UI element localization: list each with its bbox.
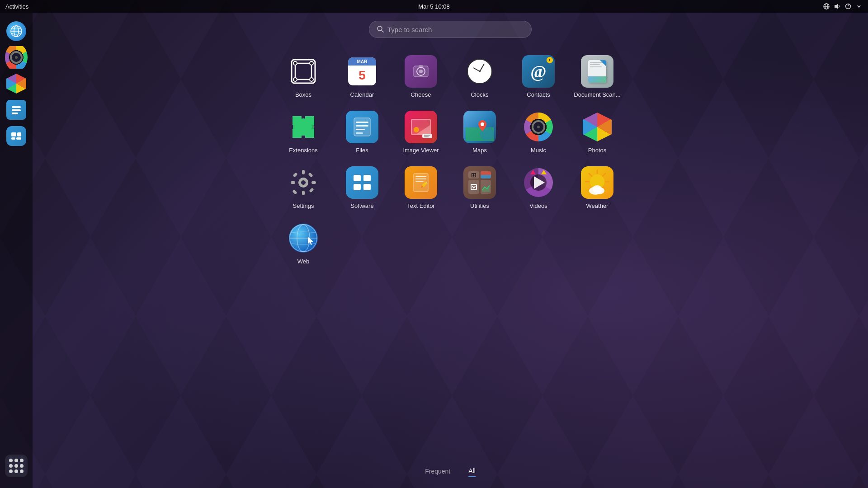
svg-point-26 (419, 70, 423, 73)
app-item-contacts[interactable]: @ ✦ Contacts (509, 52, 568, 102)
app-label-boxes: Boxes (295, 91, 311, 98)
svg-point-33 (481, 122, 484, 126)
topbar-systray (823, 3, 863, 10)
app-item-calendar[interactable]: MAR 5 Calendar (333, 52, 392, 102)
svg-line-60 (603, 174, 605, 176)
app-item-software[interactable]: Software (333, 163, 392, 213)
app-item-docscan[interactable]: Document Scan... (568, 52, 627, 102)
power-icon[interactable] (844, 3, 852, 10)
svg-rect-38 (292, 172, 297, 177)
app-item-maps[interactable]: Maps (450, 107, 509, 157)
svg-point-23 (310, 78, 313, 81)
svg-rect-14 (11, 137, 15, 140)
app-label-videos: Videos (529, 202, 547, 209)
app-label-docscan: Document Scan... (574, 91, 620, 98)
app-item-files[interactable]: Files (333, 107, 392, 157)
svg-rect-15 (16, 137, 21, 140)
svg-rect-51 (415, 181, 424, 182)
app-item-music[interactable]: Music (509, 107, 568, 157)
tab-all[interactable]: All (468, 467, 476, 477)
app-area: Boxes MAR 5 Calendar (33, 13, 868, 488)
svg-rect-31 (356, 129, 365, 130)
svg-rect-34 (302, 170, 305, 174)
app-label-cheese: Cheese (411, 91, 431, 98)
svg-rect-30 (356, 125, 368, 127)
svg-rect-11 (12, 113, 18, 114)
app-label-calendar: Calendar (350, 91, 374, 98)
svg-rect-41 (308, 172, 313, 177)
app-label-files: Files (356, 147, 368, 154)
sidebar-item-music[interactable] (5, 46, 28, 69)
sidebar-item-web-browser[interactable] (5, 20, 28, 42)
chevron-down-icon[interactable] (855, 3, 863, 10)
app-item-web[interactable]: Web (274, 218, 333, 268)
svg-rect-27 (419, 65, 423, 67)
svg-rect-44 (354, 184, 361, 190)
svg-rect-29 (356, 122, 368, 123)
network-icon[interactable] (823, 3, 830, 10)
app-item-weather[interactable]: Weather (568, 163, 627, 213)
svg-rect-9 (12, 106, 21, 108)
app-grid: Boxes MAR 5 Calendar (274, 52, 627, 268)
svg-point-21 (310, 61, 313, 65)
sidebar-item-photos[interactable] (5, 72, 28, 95)
svg-rect-19 (295, 63, 311, 80)
tab-frequent[interactable]: Frequent (425, 468, 450, 477)
svg-point-47 (366, 177, 368, 179)
svg-point-64 (593, 185, 602, 192)
app-label-settings: Settings (293, 202, 314, 209)
topbar: Activities Mar 5 10:08 (0, 0, 868, 13)
topbar-datetime: Mar 5 10:08 (418, 3, 449, 10)
search-input[interactable] (387, 26, 524, 33)
svg-rect-13 (17, 132, 21, 136)
sidebar-item-files[interactable] (5, 99, 28, 121)
bottom-tabs: Frequent All (425, 467, 476, 477)
svg-rect-32 (356, 132, 363, 134)
app-item-clocks[interactable]: Clocks (450, 52, 509, 102)
svg-rect-10 (12, 109, 21, 111)
app-label-web: Web (297, 258, 310, 265)
svg-line-17 (382, 30, 383, 32)
svg-rect-45 (363, 184, 371, 190)
app-item-photos[interactable]: Photos (568, 107, 627, 157)
svg-rect-37 (311, 181, 316, 184)
svg-rect-39 (309, 188, 314, 192)
app-label-utilities: Utilities (470, 202, 489, 209)
app-item-settings[interactable]: Settings (274, 163, 333, 213)
app-label-contacts: Contacts (527, 91, 550, 98)
app-label-extensions: Extensions (289, 147, 318, 154)
app-item-imageviewer[interactable]: Image Viewer (392, 107, 450, 157)
app-label-imageviewer: Image Viewer (403, 147, 439, 154)
sidebar (0, 13, 33, 488)
svg-line-58 (589, 174, 592, 176)
svg-rect-50 (415, 178, 426, 179)
svg-point-46 (356, 177, 359, 179)
sidebar-item-software[interactable] (5, 125, 28, 147)
svg-rect-36 (291, 181, 295, 184)
app-item-videos[interactable]: Videos (509, 163, 568, 213)
search-bar[interactable] (369, 21, 532, 38)
svg-rect-35 (302, 191, 305, 195)
app-label-texteditor: Text Editor (407, 202, 434, 209)
app-label-clocks: Clocks (471, 91, 488, 98)
app-item-cheese[interactable]: Cheese (392, 52, 450, 102)
app-item-utilities[interactable]: ⊞ (450, 163, 509, 213)
svg-marker-3 (835, 4, 838, 9)
svg-rect-12 (11, 132, 16, 136)
app-label-maps: Maps (472, 147, 487, 154)
svg-point-20 (293, 61, 297, 65)
search-icon (377, 25, 384, 34)
app-label-photos: Photos (588, 147, 606, 154)
app-label-weather: Weather (586, 202, 609, 209)
app-item-texteditor[interactable]: Text Editor (392, 163, 450, 213)
volume-icon[interactable] (834, 3, 841, 10)
app-label-music: Music (531, 147, 546, 154)
activities-button[interactable]: Activities (5, 3, 28, 10)
svg-rect-40 (292, 189, 297, 194)
app-item-boxes[interactable]: Boxes (274, 52, 333, 102)
svg-point-22 (293, 78, 297, 81)
svg-rect-49 (415, 176, 426, 177)
sidebar-item-app-drawer[interactable] (5, 455, 28, 477)
app-label-software: Software (350, 202, 373, 209)
app-item-extensions[interactable]: Extensions (274, 107, 333, 157)
